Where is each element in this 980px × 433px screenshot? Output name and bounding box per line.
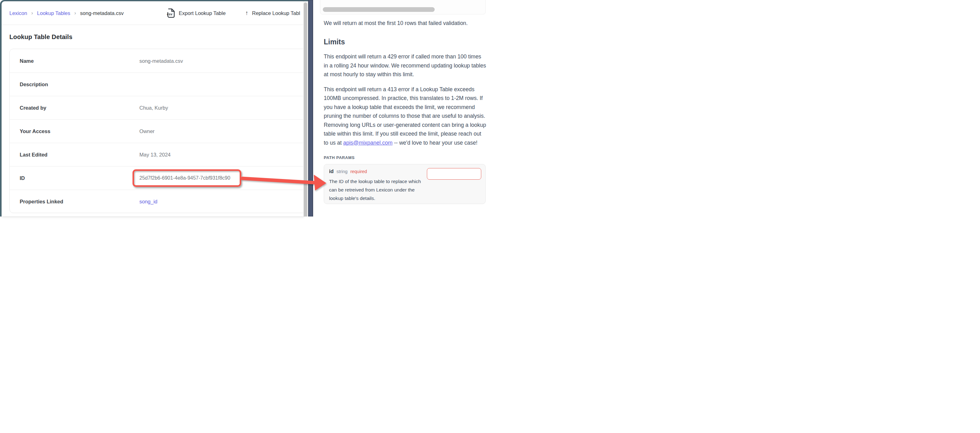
detail-row-created-by: Created by Chua, Kurby xyxy=(10,96,304,119)
limits-paragraph-2: This endpoint will return a 413 error if… xyxy=(324,85,487,148)
detail-row-name: Name song-metadata.csv xyxy=(10,49,304,72)
detail-value: Chua, Kurby xyxy=(139,105,168,111)
api-docs-window: We will return at most the first 10 rows… xyxy=(313,0,490,216)
csv-file-icon: csv xyxy=(167,8,175,18)
limits-heading: Limits xyxy=(324,38,487,46)
detail-row-properties-linked: Properties Linked song_id xyxy=(10,189,304,213)
left-window-scrollbar-thumb[interactable] xyxy=(304,3,307,216)
breadcrumb-link-lexicon[interactable]: Lexicon xyxy=(10,10,27,16)
detail-row-description: Description xyxy=(10,72,304,96)
chevron-right-icon: › xyxy=(75,10,76,16)
svg-text:csv: csv xyxy=(167,12,172,16)
limits-paragraph-2-text: This endpoint will return a 413 error if… xyxy=(324,86,486,146)
param-id-input[interactable] xyxy=(427,168,481,180)
upload-arrow-icon: ↑ xyxy=(245,10,248,17)
detail-label: Created by xyxy=(20,105,46,111)
limits-paragraph-1: This endpoint will return a 429 error if… xyxy=(324,52,487,79)
window-gap-divider xyxy=(308,0,313,216)
validation-note-text: We will return at most the first 10 rows… xyxy=(324,19,487,27)
detail-label: Last Edited xyxy=(20,152,48,158)
detail-row-last-edited: Last Edited May 13, 2024 xyxy=(10,143,304,166)
page-title: Lookup Table Details xyxy=(10,33,73,41)
header-row: Lexicon › Lookup Tables › song-metadata.… xyxy=(2,1,304,25)
replace-lookup-table-button[interactable]: ↑ Replace Lookup Tabl xyxy=(245,1,300,25)
horizontal-scrollbar-track[interactable] xyxy=(320,0,485,14)
detail-value: May 13, 2024 xyxy=(139,152,170,158)
path-params-heading: PATH PARAMS xyxy=(324,155,487,160)
param-type: string xyxy=(337,169,347,174)
detail-label: ID xyxy=(20,175,25,181)
details-card: Name song-metadata.csv Description Creat… xyxy=(10,49,304,213)
detail-value: Owner xyxy=(139,128,155,134)
docs-content: We will return at most the first 10 rows… xyxy=(324,18,487,204)
breadcrumb-current-file: song-metadata.csv xyxy=(80,10,123,16)
export-lookup-table-button[interactable]: csv Export Lookup Table xyxy=(167,1,226,25)
param-required-badge: required xyxy=(350,169,367,174)
detail-row-your-access: Your Access Owner xyxy=(10,119,304,143)
detail-row-id: ID 25d7f2b6-6901-4e8a-9457-7cbf931f8c90 xyxy=(10,166,304,189)
path-param-card: id string required The ID of the lookup … xyxy=(324,164,485,204)
breadcrumb: Lexicon › Lookup Tables › song-metadata.… xyxy=(10,1,124,25)
chevron-right-icon: › xyxy=(31,10,33,16)
linked-property-link[interactable]: song_id xyxy=(139,199,158,205)
export-button-label: Export Lookup Table xyxy=(179,10,226,16)
horizontal-scrollbar-thumb[interactable] xyxy=(323,7,435,12)
detail-value: song-metadata.csv xyxy=(139,58,183,64)
limits-paragraph-2-suffix: -- we'd love to hear your use case! xyxy=(393,140,477,146)
screenshot-stage: Lexicon › Lookup Tables › song-metadata.… xyxy=(0,0,490,216)
detail-label: Properties Linked xyxy=(20,199,63,205)
lookup-table-id-value: 25d7f2b6-6901-4e8a-9457-7cbf931f8c90 xyxy=(139,175,230,181)
detail-label: Name xyxy=(20,58,34,64)
detail-label: Your Access xyxy=(20,128,50,134)
param-name: id xyxy=(329,169,334,174)
breadcrumb-link-lookup-tables[interactable]: Lookup Tables xyxy=(37,10,70,16)
param-description: The ID of the lookup table to replace wh… xyxy=(329,177,423,202)
support-email-link[interactable]: apis@mixpanel.com xyxy=(343,140,393,146)
detail-label: Description xyxy=(20,81,48,88)
lookup-table-details-window: Lexicon › Lookup Tables › song-metadata.… xyxy=(2,1,304,216)
replace-button-label: Replace Lookup Tabl xyxy=(252,10,300,16)
